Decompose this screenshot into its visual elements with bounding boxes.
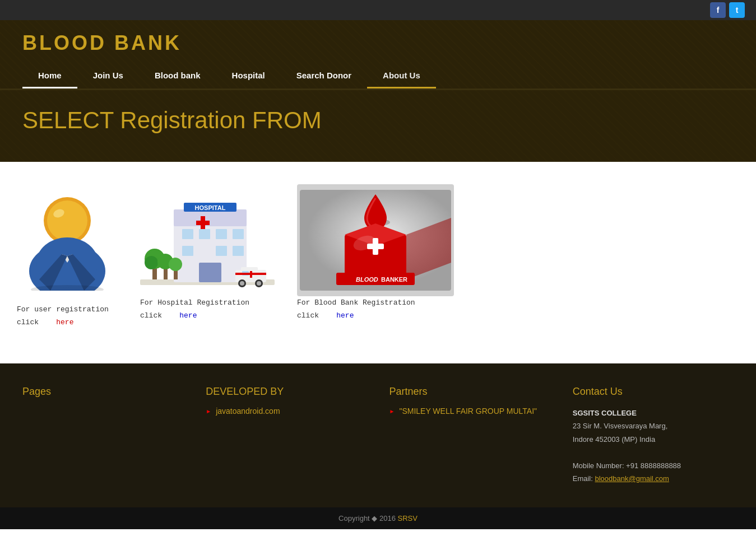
svg-rect-21 <box>199 263 221 282</box>
nav-blood-bank[interactable]: Blood bank <box>139 64 216 88</box>
nav-about-us[interactable]: About Us <box>367 64 436 88</box>
svg-rect-20 <box>233 246 244 256</box>
hero-section: SELECT Registration FROM <box>0 90 756 162</box>
top-bar: f t <box>0 0 756 20</box>
svg-text:BLOOD: BLOOD <box>356 276 378 283</box>
user-card-text: For user registration click here <box>17 303 109 329</box>
hospital-icon: HOSPITAL <box>140 187 275 293</box>
footer-email-link[interactable]: bloodbank@gmail.com <box>595 474 669 483</box>
main-content: For user registration click here <box>0 162 756 363</box>
footer-email: Email: bloodbank@gmail.com <box>573 472 734 485</box>
footer-partners: Partners ► "SMILEY WELL FAIR GROUP MULTA… <box>389 386 550 485</box>
svg-text:BANKER: BANKER <box>381 276 407 283</box>
nav-home[interactable]: Home <box>22 64 77 88</box>
svg-point-36 <box>257 281 261 286</box>
svg-rect-14 <box>182 229 193 239</box>
site-title: BLOOD BANK <box>22 31 734 55</box>
footer-contact-title: Contact Us <box>573 386 734 398</box>
svg-point-34 <box>240 281 244 286</box>
twitter-icon[interactable]: t <box>729 2 745 18</box>
nav-join-us[interactable]: Join Us <box>77 64 139 88</box>
svg-point-26 <box>145 256 158 269</box>
svg-rect-15 <box>199 229 210 239</box>
svg-rect-13 <box>196 221 210 225</box>
svg-text:HOSPITAL: HOSPITAL <box>195 204 226 211</box>
hospital-register-link[interactable]: here <box>179 311 197 320</box>
svg-rect-17 <box>233 229 244 239</box>
footer-pages-title: Pages <box>22 386 183 398</box>
footer-address1: 23 Sir M. Visvesvaraya Marg, <box>573 419 734 432</box>
main-nav: Home Join Us Blood bank Hospital Search … <box>22 64 734 88</box>
user-icon <box>22 190 112 291</box>
copyright-bar: Copyright ◆ 2016 SRSV <box>0 507 756 529</box>
footer-developed-title: DEVELOPED BY <box>206 386 367 398</box>
hospital-registration-card: HOSPITAL <box>140 184 275 341</box>
arrow-icon: ► <box>206 408 211 414</box>
footer-developed-link[interactable]: ► javatoandroid.com <box>206 407 367 416</box>
footer-org-name: SGSITS COLLEGE <box>573 409 637 417</box>
user-register-link[interactable]: here <box>56 318 73 326</box>
bloodbank-registration-card: BLOOD BANKER For Blood Bank Registration… <box>297 184 454 341</box>
footer-partner-link[interactable]: ► "SMILEY WELL FAIR GROUP MULTAI" <box>389 407 550 416</box>
bloodbanker-icon-area: BLOOD BANKER <box>297 184 454 296</box>
svg-rect-18 <box>182 246 193 256</box>
footer: Pages DEVELOPED BY ► javatoandroid.com P… <box>0 363 756 507</box>
srsv-link[interactable]: SRSV <box>398 514 418 522</box>
svg-rect-40 <box>235 273 266 275</box>
svg-rect-27 <box>164 268 168 279</box>
footer-developed: DEVELOPED BY ► javatoandroid.com <box>206 386 367 485</box>
hospital-icon-area: HOSPITAL <box>140 184 275 296</box>
footer-address2: Indore 452003 (MP) India <box>573 433 734 446</box>
footer-partners-title: Partners <box>389 386 550 398</box>
svg-rect-11 <box>174 209 247 226</box>
svg-point-1 <box>47 200 87 241</box>
copyright-text: Copyright ◆ 2016 <box>338 514 397 522</box>
hero-title: SELECT Registration FROM <box>22 107 734 134</box>
footer-pages: Pages <box>22 386 183 485</box>
nav-hospital[interactable]: Hospital <box>216 64 281 88</box>
user-registration-card: For user registration click here <box>17 184 118 341</box>
footer-contact: Contact Us SGSITS COLLEGE 23 Sir M. Visv… <box>573 386 734 485</box>
user-icon-area <box>17 184 118 296</box>
bloodbank-register-link[interactable]: here <box>336 311 354 320</box>
arrow-icon-2: ► <box>389 408 395 414</box>
footer-mobile: Mobile Number: +91 8888888888 <box>573 459 734 472</box>
facebook-icon[interactable]: f <box>710 2 726 18</box>
svg-rect-19 <box>216 246 227 256</box>
header: BLOOD BANK Home Join Us Blood bank Hospi… <box>0 20 756 88</box>
hospital-card-text: For Hospital Registration click here <box>140 296 249 323</box>
bloodbanker-icon: BLOOD BANKER <box>300 190 451 291</box>
svg-point-30 <box>169 258 182 271</box>
nav-search-donor[interactable]: Search Donor <box>281 64 367 88</box>
bloodbank-card-text: For Blood Bank Registration click here <box>297 296 415 323</box>
svg-rect-29 <box>174 270 178 279</box>
svg-rect-16 <box>216 229 227 239</box>
